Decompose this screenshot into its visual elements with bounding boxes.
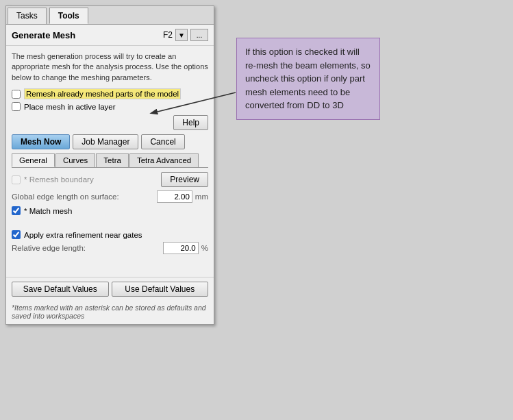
remesh-boundary-label: * Remesh boundary [24,175,94,184]
remesh-checkbox[interactable] [12,90,21,99]
apply-refinement-label: Apply extra refinement near gates [24,231,142,239]
shortcut-label: F2 [163,30,173,40]
sub-tab-tetra[interactable]: Tetra [96,153,129,167]
description-text: The mesh generation process will try to … [12,51,208,83]
help-row: Help [12,115,208,130]
global-edge-row: Global edge length on surface: mm [12,190,208,203]
match-mesh-checkbox[interactable] [12,206,21,215]
sub-tabs-bar: General Curves Tetra Tetra Advanced [12,153,208,168]
more-options-button[interactable]: ... [190,29,208,41]
main-panel: Tasks Tools Generate Mesh F2 ▼ ... The m… [5,5,214,325]
relative-edge-label: Relative edge length: [12,244,163,252]
sub-tab-general[interactable]: General [12,153,55,167]
relative-edge-unit: % [201,244,208,252]
relative-edge-input[interactable] [163,242,199,254]
tab-tools[interactable]: Tools [49,8,88,24]
panel-title: Generate Mesh [12,30,163,40]
action-buttons-row: Mesh Now Job Manager Cancel [12,134,208,149]
preview-button[interactable]: Preview [161,172,208,187]
place-mesh-checkbox-row: Place mesh in active layer [12,102,208,111]
bottom-note: *Items marked with an asterisk can be st… [6,301,214,324]
header-controls: F2 ▼ ... [163,29,208,41]
sub-tab-tetra-advanced[interactable]: Tetra Advanced [129,153,199,167]
shortcut-dropdown-button[interactable]: ▼ [175,29,188,41]
help-button[interactable]: Help [173,115,208,130]
remesh-boundary-checkbox[interactable] [12,175,21,184]
apply-refinement-row: Apply extra refinement near gates [12,230,208,239]
match-mesh-label: * Match mesh [24,207,72,215]
cancel-button[interactable]: Cancel [141,134,184,149]
remesh-label: Remesh already meshed parts of the model [24,88,181,99]
global-edge-label: Global edge length on surface: [12,193,157,201]
remesh-boundary-row: * Remesh boundary Preview [12,172,208,187]
panel-header: Generate Mesh F2 ▼ ... [6,25,214,46]
relative-edge-row: Relative edge length: % [12,242,208,254]
bottom-buttons-row: Save Default Values Use Default Values [6,277,214,301]
remesh-checkbox-row: Remesh already meshed parts of the model [12,88,208,99]
mesh-now-button[interactable]: Mesh Now [12,134,70,149]
job-manager-button[interactable]: Job Manager [73,134,138,149]
panel-content: The mesh generation process will try to … [6,46,214,277]
sub-tab-curves[interactable]: Curves [55,153,95,167]
match-mesh-row: * Match mesh [12,206,208,215]
tab-tasks[interactable]: Tasks [8,8,47,24]
save-default-button[interactable]: Save Default Values [12,282,109,297]
tabs-bar: Tasks Tools [6,6,214,25]
place-mesh-checkbox[interactable] [12,102,21,111]
global-edge-input[interactable] [157,190,192,203]
apply-refinement-checkbox[interactable] [12,230,21,239]
callout-box: If this option is checked it will re-mes… [236,38,380,120]
general-tab-content: * Remesh boundary Preview Global edge le… [12,172,208,271]
use-default-button[interactable]: Use Default Values [112,282,209,297]
global-edge-unit: mm [195,193,208,201]
place-mesh-label: Place mesh in active layer [24,103,116,111]
